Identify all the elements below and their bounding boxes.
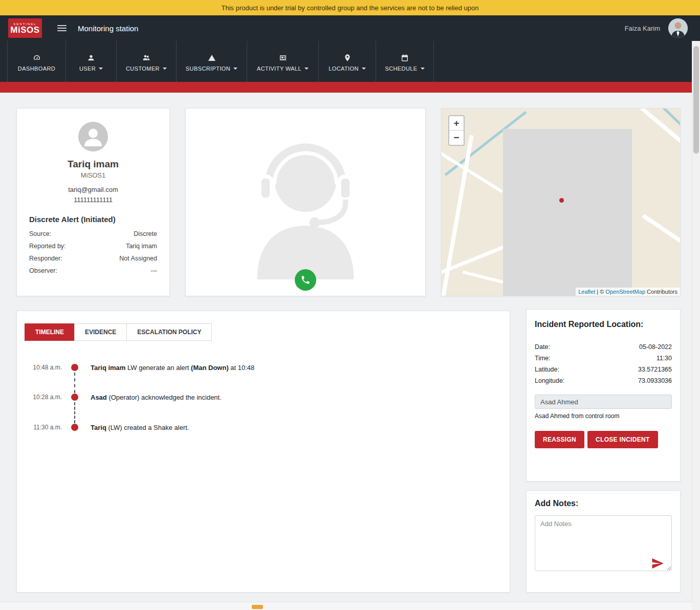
- trial-banner-text: This product is under trial by controlle…: [222, 4, 479, 12]
- scrollbar-corner: [692, 602, 700, 610]
- field-value: Tariq imam: [126, 243, 157, 250]
- horizontal-scrollbar[interactable]: [0, 602, 692, 610]
- trial-banner: This product is under trial by controlle…: [0, 0, 700, 15]
- field-value: 33.5721365: [638, 366, 672, 373]
- openstreetmap-link[interactable]: OpenStreetMap: [605, 289, 645, 295]
- incident-card-title: Incident Reported Location:: [535, 320, 672, 329]
- incident-actions: REASSIGN CLOSE INCIDENT: [535, 431, 672, 448]
- tab-dashboard[interactable]: DASHBOARD: [7, 41, 65, 82]
- zoom-out-button[interactable]: −: [449, 130, 464, 145]
- map-attribution: Leaflet | © OpenStreetMap Contributors: [576, 288, 680, 296]
- tab-customer[interactable]: CUSTOMER: [116, 41, 176, 82]
- event-text: Tariq imam LW generate an alert (Man Dow…: [91, 364, 254, 372]
- tab-schedule[interactable]: SCHEDULE: [376, 41, 434, 82]
- field-label: Latitude:: [535, 366, 559, 373]
- incident-location-marker[interactable]: [559, 198, 564, 203]
- call-button[interactable]: [295, 269, 316, 291]
- map-zoom-control: + −: [448, 115, 465, 146]
- misos-logo[interactable]: SENTINEL MiSOS: [8, 18, 42, 38]
- incident-row: Latitude: 33.5721365: [535, 364, 672, 375]
- monitoring-station-screen: This product is under trial by controlle…: [0, 0, 700, 610]
- send-icon: [650, 556, 665, 571]
- timeline-event: 11:30 a.m. Tariq (LW) created a Shake al…: [25, 420, 501, 434]
- tab-timeline[interactable]: TIMELINE: [25, 323, 75, 341]
- reporter-name: Tariq imam: [17, 159, 169, 170]
- event-dot-icon: [71, 364, 78, 371]
- field-value: 11:30: [657, 355, 672, 362]
- reassign-button[interactable]: REASSIGN: [535, 431, 584, 448]
- add-notes-card: Add Notes:: [526, 490, 681, 593]
- event-text: Asad (Operator) acknowledged the inciden…: [91, 394, 222, 401]
- tab-label: LOCATION: [329, 66, 366, 72]
- vertical-scrollbar[interactable]: [692, 41, 700, 602]
- tab-label: ACTIVITY WALL: [257, 66, 309, 72]
- incident-map[interactable]: + − Leaflet | © OpenStreetMap Contributo…: [441, 108, 681, 296]
- vertical-scrollbar-thumb[interactable]: [693, 46, 699, 154]
- chevron-down-icon: [421, 68, 425, 72]
- reporter-phone: 111111111111: [17, 196, 169, 204]
- user-name-label: Faiza Karim: [625, 25, 660, 32]
- tab-user[interactable]: USER: [65, 41, 116, 82]
- notes-card-title: Add Notes:: [535, 499, 672, 508]
- incident-row: Longitude: 73.0933036: [535, 375, 672, 386]
- logo-misos-text: MiSOS: [10, 26, 39, 34]
- dashboard-icon: [33, 54, 41, 62]
- incident-row: Date: 05-08-2022: [535, 341, 672, 353]
- field-value: Not Assigned: [119, 255, 157, 262]
- field-label: Observer:: [29, 267, 57, 274]
- tab-label: USER: [79, 66, 103, 72]
- page-title: Monitoring station: [78, 24, 138, 33]
- alert-detail-rows: Source: Discrete Reported by: Tariq imam…: [29, 228, 157, 277]
- send-note-button[interactable]: [650, 556, 665, 571]
- tab-label: DASHBOARD: [18, 66, 55, 72]
- location-pin-icon: [343, 54, 352, 62]
- chevron-down-icon: [304, 68, 309, 72]
- zoom-in-button[interactable]: +: [449, 116, 464, 130]
- event-time: 10:28 a.m.: [25, 394, 62, 401]
- close-incident-button[interactable]: CLOSE INCIDENT: [587, 431, 658, 448]
- assignee-select[interactable]: Asad Ahmed: [535, 395, 672, 409]
- field-label: Time:: [535, 355, 551, 362]
- tab-subscription[interactable]: SUBSCRIPTION: [176, 41, 247, 82]
- timeline-card: TIMELINE EVIDENCE ESCALATION POLICY 10:4…: [16, 311, 510, 593]
- leaflet-link[interactable]: Leaflet: [578, 289, 595, 295]
- alert-detail-row: Responder: Not Assigned: [29, 252, 157, 265]
- avatar[interactable]: [668, 18, 688, 38]
- tab-evidence[interactable]: EVIDENCE: [74, 323, 127, 341]
- chevron-down-icon: [99, 68, 103, 72]
- tab-escalation-policy[interactable]: ESCALATION POLICY: [126, 323, 212, 341]
- field-value: 73.0933036: [638, 377, 672, 384]
- operator-headset-icon: [229, 126, 382, 281]
- top-navbar: SENTINEL MiSOS Monitoring station Faiza …: [0, 15, 700, 41]
- tab-activity-wall[interactable]: ACTIVITY WALL: [247, 41, 318, 82]
- main-nav-tabs: DASHBOARD USER CUSTOMER SUBSCRIPTION ACT…: [0, 41, 692, 82]
- field-label: Responder:: [29, 255, 62, 262]
- operator-call-card: [185, 108, 426, 296]
- tab-label: CUSTOMER: [126, 66, 167, 72]
- alert-title: Discrete Alert (Initiated): [29, 215, 157, 224]
- map-road: [642, 214, 681, 263]
- event-time: 10:48 a.m.: [25, 364, 62, 371]
- map-unloaded-tile: [503, 129, 632, 296]
- reporter-email: tariq@gmail.com: [17, 186, 169, 193]
- hamburger-menu-icon[interactable]: [57, 24, 67, 33]
- red-accent-strip: [0, 82, 692, 93]
- tab-location[interactable]: LOCATION: [318, 41, 376, 82]
- field-value: Discrete: [134, 230, 157, 237]
- phone-icon: [300, 275, 311, 285]
- alert-detail-row: Source: Discrete: [29, 228, 157, 240]
- tab-label: SCHEDULE: [385, 66, 424, 72]
- assignee-caption: Asad Ahmed from control room: [535, 412, 672, 420]
- incident-detail-rows: Date: 05-08-2022 Time: 11:30 Latitude: 3…: [535, 341, 672, 386]
- chevron-down-icon: [362, 68, 366, 72]
- customers-icon: [142, 54, 150, 62]
- activity-wall-icon: [279, 54, 287, 62]
- alert-detail-row: Reported by: Tariq imam: [29, 240, 157, 252]
- alert-triangle-icon: [208, 54, 216, 62]
- alert-detail-row: Observer: ---: [29, 265, 157, 277]
- field-label: Date:: [535, 343, 550, 351]
- map-road: [640, 108, 681, 156]
- field-value: 05-08-2022: [639, 343, 672, 351]
- horizontal-scrollbar-thumb[interactable]: [252, 605, 263, 609]
- event-text: Tariq (LW) created a Shake alert.: [91, 424, 189, 431]
